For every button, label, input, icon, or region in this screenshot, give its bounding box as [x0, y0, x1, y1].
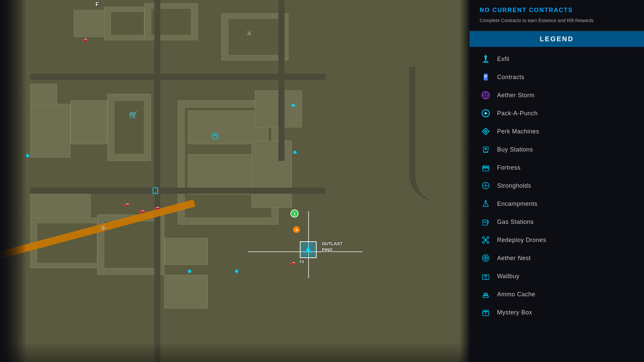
map-icon-phone[interactable] — [152, 187, 159, 196]
svg-point-47 — [487, 258, 488, 259]
legend-item-mystery-box[interactable]: Mystery Box — [476, 304, 637, 321]
ping-label-ping: PING — [322, 247, 333, 252]
left-overlay — [0, 0, 27, 362]
curved-road — [409, 67, 449, 201]
map-canvas: F OUTLAST PING F2 🛒 — [0, 0, 470, 362]
legend-items: Exfil Contracts — [470, 47, 644, 362]
svg-rect-8 — [484, 77, 486, 78]
map-icon-bottom-1[interactable]: ◆ — [188, 268, 192, 274]
legend-item-buy-stations[interactable]: Buy Stations — [476, 141, 637, 158]
legend-item-redeploy-drones[interactable]: Redeploy Drones — [476, 231, 637, 249]
building-inner — [228, 18, 282, 55]
svg-rect-7 — [484, 76, 487, 77]
map-icon-redeploy[interactable] — [211, 132, 219, 141]
map-icon-skulls: ⚔ — [247, 29, 252, 37]
vehicle-2: 🚗 — [124, 201, 130, 206]
aether-nest-label: Aether Nest — [497, 255, 531, 262]
contracts-icon — [480, 71, 492, 83]
gas-stations-icon — [480, 216, 492, 228]
right-overlay — [460, 0, 470, 362]
strongholds-icon — [480, 180, 492, 192]
coord-label-f: F — [96, 2, 99, 8]
legend-item-aether-nest[interactable]: Aether Nest — [476, 249, 637, 267]
road-h — [30, 188, 325, 194]
svg-point-17 — [485, 113, 487, 114]
legend-item-exfil[interactable]: Exfil — [476, 50, 637, 68]
svg-rect-50 — [484, 293, 485, 296]
building — [30, 104, 70, 158]
svg-rect-51 — [485, 292, 486, 296]
svg-point-45 — [485, 257, 487, 259]
map-icon-small-2[interactable]: ◆ — [293, 149, 297, 155]
svg-line-41 — [486, 238, 487, 239]
contracts-title: NO CURRENT CONTRACTS — [480, 7, 634, 14]
road-v — [278, 0, 284, 161]
buy-stations-label: Buy Stations — [497, 146, 533, 153]
encampments-label: Encampments — [497, 200, 538, 207]
pack-a-punch-icon — [480, 107, 492, 119]
mystery-box-label: Mystery Box — [497, 309, 532, 316]
legend-header: LEGEND — [470, 31, 644, 47]
svg-point-18 — [484, 130, 487, 133]
legend-item-contracts[interactable]: Contracts — [476, 68, 637, 86]
gas-stations-label: Gas Stations — [497, 219, 534, 226]
legend-item-ammo-cache[interactable]: Ammo Cache — [476, 286, 637, 303]
exfil-icon — [480, 53, 492, 65]
svg-point-20 — [486, 152, 488, 153]
map-area[interactable]: F OUTLAST PING F2 🛒 — [0, 0, 470, 362]
bottom-edge-overlay — [0, 342, 470, 362]
svg-point-1 — [212, 133, 218, 139]
legend-item-aether-storm[interactable]: Aether Storm — [476, 86, 637, 104]
svg-point-46 — [484, 258, 485, 259]
map-icon-orange-1[interactable]: ● — [293, 226, 300, 233]
svg-rect-26 — [484, 166, 484, 167]
legend-item-encampments[interactable]: Encampments — [476, 195, 637, 213]
map-icon-small-1[interactable]: ◆ — [291, 102, 295, 108]
legend-item-strongholds[interactable]: Strongholds — [476, 177, 637, 194]
svg-line-42 — [484, 241, 485, 242]
building — [70, 101, 107, 144]
svg-line-43 — [486, 241, 487, 242]
fortress-label: Fortress — [497, 164, 521, 171]
svg-point-19 — [484, 152, 485, 153]
ammo-cache-icon — [480, 288, 492, 300]
buy-stations-icon — [480, 143, 492, 156]
aether-storm-label: Aether Storm — [497, 92, 535, 99]
building — [252, 141, 292, 208]
redeploy-drones-icon — [480, 234, 492, 246]
svg-rect-27 — [487, 166, 488, 167]
ping-label-outlast: OUTLAST — [322, 241, 342, 246]
legend-item-pack-a-punch[interactable]: Pack-A-Punch — [476, 105, 637, 122]
svg-point-3 — [155, 192, 156, 193]
svg-rect-6 — [484, 75, 487, 76]
right-panel: NO CURRENT CONTRACTS Complete Contracts … — [470, 0, 644, 362]
building — [164, 238, 208, 265]
svg-rect-52 — [487, 293, 488, 296]
svg-point-34 — [488, 223, 489, 224]
svg-rect-33 — [484, 221, 486, 223]
building-inner — [111, 12, 144, 35]
svg-rect-28 — [488, 166, 489, 167]
perk-machines-label: Perk Machines — [497, 128, 539, 135]
building — [164, 275, 208, 308]
map-icon-cart[interactable]: 🛒 — [129, 111, 138, 119]
legend-section: LEGEND Exfil — [470, 31, 644, 362]
map-icon-rift: ✤ — [101, 225, 106, 232]
perk-machines-icon — [480, 125, 492, 137]
map-icon-bottom-2[interactable]: ◆ — [235, 268, 238, 274]
vehicle-1: 🚗 — [82, 36, 88, 42]
svg-point-31 — [485, 200, 486, 201]
contracts-description: Complete Contracts to earn Essence and R… — [480, 17, 634, 24]
svg-point-11 — [485, 95, 486, 96]
legend-item-gas-stations[interactable]: Gas Stations — [476, 213, 637, 231]
legend-item-wallbuy[interactable]: Wallbuy — [476, 267, 637, 285]
contracts-label: Contracts — [497, 74, 525, 81]
aether-nest-icon — [480, 252, 492, 264]
legend-item-fortress[interactable]: Fortress — [476, 159, 637, 176]
wallbuy-icon — [480, 270, 492, 282]
legend-item-perk-machines[interactable]: Perk Machines — [476, 123, 637, 140]
mystery-box-icon — [480, 306, 492, 318]
road-v — [154, 0, 160, 362]
map-icon-green-1[interactable]: 1 — [290, 209, 299, 218]
svg-rect-25 — [483, 166, 483, 167]
